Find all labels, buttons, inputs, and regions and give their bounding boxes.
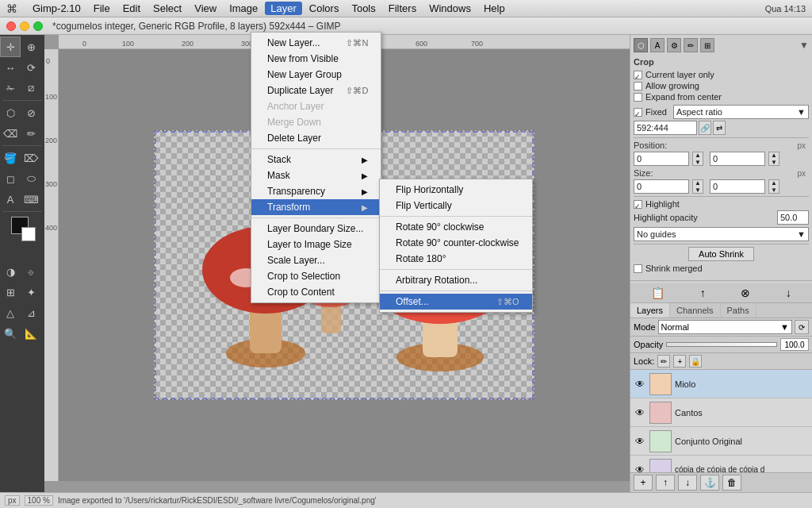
panel-collapse-icon[interactable]: ▼ — [799, 40, 809, 51]
tool-zoom[interactable]: 🔍 — [0, 323, 21, 344]
os-menu-select[interactable]: Select — [147, 2, 187, 15]
os-menu-windows[interactable]: Windows — [423, 2, 477, 15]
tool-perspective[interactable]: ⧄ — [21, 78, 41, 98]
color-swatches[interactable] — [11, 217, 33, 239]
tool-smudge[interactable]: ⟐ — [21, 261, 41, 282]
minimize-button[interactable] — [20, 21, 29, 31]
menu-crop-to-selection[interactable]: Crop to Selection — [251, 268, 381, 284]
os-menu-gimp[interactable]: Gimp-2.10 — [27, 2, 86, 15]
menu-crop-to-content[interactable]: Crop to Content — [251, 284, 381, 300]
tool-paint[interactable]: ⬭ — [21, 168, 41, 189]
delete-layer-icon[interactable]: ↓ — [786, 287, 791, 299]
tool-move[interactable]: ⊕ — [21, 37, 41, 57]
layer-item-miolo[interactable]: 👁 Miolo — [630, 370, 812, 398]
tab-paths[interactable]: Paths — [721, 303, 756, 318]
new-layer-button[interactable]: + — [634, 475, 653, 491]
current-layer-checkbox[interactable] — [634, 71, 642, 79]
opacity-value[interactable]: 100.0 — [780, 338, 809, 351]
dimension-icon[interactable]: 🔗 — [699, 121, 711, 135]
menu-duplicate-layer[interactable]: Duplicate Layer ⇧⌘D — [251, 83, 381, 98]
allow-growing-checkbox[interactable] — [634, 82, 642, 90]
lock-position-icon[interactable]: + — [673, 355, 686, 368]
shrink-merged-checkbox[interactable] — [634, 264, 642, 273]
menu-transform[interactable]: Transform ▶ — [251, 199, 381, 215]
size-y-input[interactable]: 0 — [710, 179, 765, 194]
lock-all-icon[interactable]: 🔒 — [689, 355, 702, 368]
aspect-ratio-select[interactable]: Aspect ratio ▼ — [673, 105, 809, 119]
no-guides-select[interactable]: No guides ▼ — [634, 227, 809, 241]
lock-pixels-icon[interactable]: ✏ — [657, 355, 670, 368]
submenu-flip-h[interactable]: Flip Horizontally — [380, 182, 532, 198]
pos-x-stepper[interactable]: ▲▼ — [692, 152, 703, 166]
tool-erase[interactable]: ⌦ — [21, 148, 41, 168]
zoom-level[interactable]: 100 % — [25, 495, 53, 506]
auto-shrink-button[interactable]: Auto Shrink — [688, 247, 754, 261]
os-menu-image[interactable]: Image — [224, 2, 263, 15]
layer-item-copy1[interactable]: 👁 cópia de cópia de cópia d — [630, 456, 812, 472]
layer-item-original[interactable]: 👁 Conjunto Original — [630, 427, 812, 456]
expand-center-checkbox[interactable] — [634, 93, 642, 102]
menu-anchor-layer[interactable]: Anchor Layer — [251, 98, 381, 114]
os-menu-colors[interactable]: Colors — [304, 2, 345, 15]
menu-layer-to-image-size[interactable]: Layer to Image Size — [251, 237, 381, 252]
delete-layer-button[interactable]: 🗑 — [722, 475, 741, 491]
tool-rotate[interactable]: ⟳ — [21, 57, 41, 78]
new-layer-icon[interactable]: 📋 — [651, 287, 665, 299]
lower-layer-button[interactable]: ↓ — [678, 475, 697, 491]
tool-pencil[interactable]: ◻ — [0, 168, 21, 189]
layer-mode-select[interactable]: Normal ▼ — [658, 320, 792, 334]
tool-option-icon-3[interactable]: ⚙ — [667, 38, 681, 52]
tool-fill[interactable]: 🪣 — [0, 148, 21, 168]
menu-transparency[interactable]: Transparency ▶ — [251, 183, 381, 199]
tool-crop[interactable]: ✁ — [0, 78, 21, 98]
tool-fuzzy-select[interactable]: ✏ — [21, 123, 41, 144]
tool-option-icon-5[interactable]: ⊞ — [700, 38, 714, 52]
unit-select[interactable]: px — [5, 495, 20, 506]
layer-item-cantos[interactable]: 👁 Cantos — [630, 398, 812, 427]
submenu-rotate-90-cw[interactable]: Rotate 90° clockwise — [380, 219, 532, 235]
foreground-color[interactable] — [11, 217, 29, 234]
tool-option-icon-2[interactable]: A — [650, 38, 665, 52]
fixed-checkbox[interactable] — [634, 108, 642, 117]
tab-layers[interactable]: Layers — [630, 303, 670, 318]
layer-visibility-original[interactable]: 👁 — [634, 435, 646, 448]
tool-option-icon-4[interactable]: ✏ — [684, 38, 698, 52]
submenu-offset[interactable]: Offset... ⇧⌘O — [380, 294, 532, 310]
os-menu-tools[interactable]: Tools — [346, 2, 381, 15]
layer-visibility-miolo[interactable]: 👁 — [634, 378, 646, 391]
os-menu-file[interactable]: File — [88, 2, 116, 15]
tool-clone[interactable]: ⊞ — [0, 282, 21, 302]
opacity-slider[interactable] — [666, 342, 777, 347]
background-color[interactable] — [21, 227, 36, 241]
menu-stack[interactable]: Stack ▶ — [251, 152, 381, 167]
tool-select-rect[interactable]: ⬡ — [0, 102, 21, 123]
os-menu-view[interactable]: View — [189, 2, 222, 15]
tool-dodge[interactable]: ◑ — [0, 261, 21, 282]
menu-layer-boundary-size[interactable]: Layer Boundary Size... — [251, 221, 381, 237]
tool-transform[interactable]: ↔ — [0, 57, 21, 78]
close-button[interactable] — [6, 21, 16, 31]
size-y-stepper[interactable]: ▲▼ — [768, 179, 779, 194]
os-menu-filters[interactable]: Filters — [383, 2, 422, 15]
pos-y-input[interactable]: 0 — [710, 152, 765, 166]
os-menu-layer[interactable]: Layer — [265, 2, 302, 15]
submenu-rotate-180[interactable]: Rotate 180° — [380, 251, 532, 267]
tool-option-icon-1[interactable]: ⬡ — [634, 38, 648, 52]
lower-layer-icon[interactable]: ⊗ — [741, 287, 750, 299]
submenu-arbitrary-rotation[interactable]: Arbitrary Rotation... — [380, 272, 532, 288]
menu-merge-down[interactable]: Merge Down — [251, 114, 381, 130]
tool-select-ellipse[interactable]: ⊘ — [21, 102, 41, 123]
apple-logo[interactable]: ⌘ — [6, 2, 17, 15]
tool-free-select[interactable]: ⌫ — [0, 123, 21, 144]
layer-visibility-cantos[interactable]: 👁 — [634, 406, 646, 419]
os-menu-edit[interactable]: Edit — [117, 2, 146, 15]
dimension-input[interactable]: 592:444 — [634, 121, 697, 135]
tool-text[interactable]: A — [0, 189, 21, 210]
menu-scale-layer[interactable]: Scale Layer... — [251, 252, 381, 268]
menu-new-from-visible[interactable]: New from Visible — [251, 51, 381, 67]
raise-layer-icon[interactable]: ↑ — [700, 287, 706, 299]
submenu-flip-v[interactable]: Flip Vertically — [380, 198, 532, 214]
tab-channels[interactable]: Channels — [670, 303, 720, 318]
highlight-opacity-input[interactable]: 50.0 — [777, 210, 809, 225]
submenu-rotate-90-ccw[interactable]: Rotate 90° counter-clockwise — [380, 235, 532, 251]
